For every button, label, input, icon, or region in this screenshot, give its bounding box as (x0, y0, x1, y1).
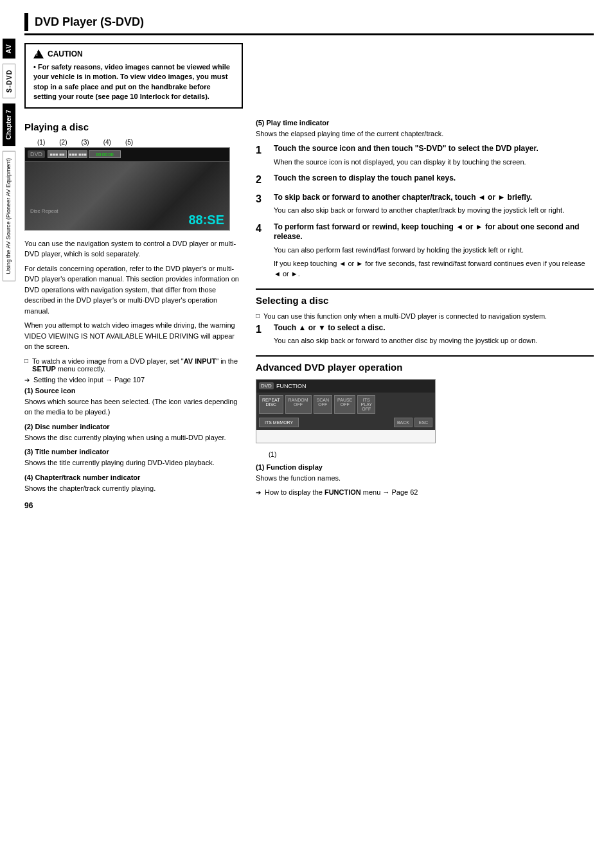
playing-disc-heading: Playing a disc (24, 121, 243, 132)
page-number: 96 (24, 501, 243, 510)
indicator-3: (3) (81, 139, 89, 146)
source-icon-section: (1) Source icon Shows which source has b… (24, 387, 243, 418)
step-1-body: When the source icon is not displayed, y… (274, 157, 594, 168)
disc-number-title: (2) Disc number indicator (24, 423, 243, 430)
section-divider-1 (256, 288, 594, 290)
dvd-top-bar: DVD ■■■ ■■ ■■■ ■■■ 00:00:00 (25, 148, 229, 162)
step-3-title: To skip back or forward to another chapt… (274, 193, 594, 203)
left-tabs: AV S-DVD Chapter 7 Using the AV Source (… (0, 0, 18, 868)
play-time-title: (5) Play time indicator (256, 119, 594, 127)
two-col-layout: Playing a disc (1) (2) (3) (4) (5) DVD ■… (24, 119, 594, 511)
dvd-screen-content: Disc Repeat 88:SE (25, 162, 229, 230)
dvd-chapter-indicator: ■■■ ■■■ (68, 150, 87, 158)
disc-repeat-label: Disc Repeat (30, 208, 58, 214)
play-time-body: Shows the elapsed playing time of the cu… (256, 128, 594, 139)
step-4-body-2: If you keep touching ◄ or ► for five sec… (274, 258, 594, 279)
function-display-image: DVD FUNCTION REPEATDISC RANDOMOFF SCANOF… (256, 379, 436, 443)
caution-header: CAUTION (33, 49, 234, 58)
title-number-section: (3) Title number indicator Shows the tit… (24, 448, 243, 468)
func-back-btn[interactable]: BACK (394, 418, 413, 427)
func-back-esc: BACK ESC (394, 418, 432, 427)
left-column: Playing a disc (1) (2) (3) (4) (5) DVD ■… (24, 119, 243, 511)
step-1-num: 1 (256, 144, 269, 167)
caution-triangle-icon (33, 49, 44, 58)
step-3-num: 3 (256, 193, 269, 216)
main-content: DVD Player (S-DVD) CAUTION • For safety … (18, 0, 613, 868)
func-display-section: (1) Function display Shows the function … (256, 463, 594, 484)
func-top-bar: DVD FUNCTION (256, 380, 435, 393)
func-dvd-icon: DVD (259, 382, 274, 389)
indicator-4: (4) (103, 139, 111, 146)
step-1: 1 Touch the source icon and then touch "… (256, 144, 594, 167)
source-icon-title: (1) Source icon (24, 387, 243, 394)
dvd-icon: DVD (28, 150, 45, 158)
disc-number-body: Shows the disc currently playing when us… (24, 432, 243, 443)
indicator-2: (2) (59, 139, 67, 146)
tab-chapter: Chapter 7 (3, 103, 15, 146)
body-text-1: You can use the navigation system to con… (24, 238, 243, 352)
tab-using: Using the AV Source (Pioneer AV Equipmen… (3, 151, 15, 281)
selecting-disc-heading: Selecting a disc (256, 295, 594, 306)
func-its-play-btn[interactable]: ITSPLAYOFF (357, 395, 375, 414)
step-2-content: Touch the screen to display the touch pa… (274, 173, 594, 186)
func-repeat-btn[interactable]: REPEATDISC (259, 395, 283, 414)
step-2-title: Touch the screen to display the touch pa… (274, 173, 594, 184)
selecting-step-1-body: You can also skip back or forward to ano… (274, 335, 594, 346)
caution-box: CAUTION • For safety reasons, video imag… (24, 43, 243, 109)
chapter-track-title: (4) Chapter/track number indicator (24, 474, 243, 481)
func-second-row: ITS MEMORY BACK ESC (256, 416, 435, 430)
title-number-body: Shows the title currently playing during… (24, 457, 243, 468)
advanced-dvd-heading: Advanced DVD player operation (256, 362, 594, 373)
selecting-step-1-title: Touch ▲ or ▼ to select a disc. (274, 323, 594, 333)
dvd-title-indicator: ■■■ ■■ (48, 150, 67, 158)
indicator-5: (5) (125, 139, 133, 146)
func-arrow-ref: How to display the FUNCTION menu → Page … (256, 488, 594, 496)
chapter-track-section: (4) Chapter/track number indicator Shows… (24, 474, 243, 494)
func-scan-btn[interactable]: SCANOFF (314, 395, 332, 414)
header-bar (24, 13, 28, 31)
step-1-content: Touch the source icon and then touch "S-… (274, 144, 594, 167)
step-3: 3 To skip back or forward to another cha… (256, 193, 594, 216)
step-2-num: 2 (256, 173, 269, 186)
func-its-memory-btn[interactable]: ITS MEMORY (259, 418, 299, 427)
func-pause-btn[interactable]: PAUSEOFF (334, 395, 355, 414)
func-esc-btn[interactable]: ESC (414, 418, 432, 427)
right-column: (5) Play time indicator Shows the elapse… (256, 119, 594, 511)
page-title: DVD Player (S-DVD) (35, 15, 144, 29)
selecting-step-1-content: Touch ▲ or ▼ to select a disc. You can a… (274, 323, 594, 346)
chapter-track-body: Shows the chapter/track currently playin… (24, 483, 243, 494)
arrow-ref-1: Setting the video input → Page 107 (24, 376, 243, 384)
func-menu-text: FUNCTION (276, 383, 306, 389)
indicator-labels-row: (1) (2) (3) (4) (5) (24, 139, 243, 146)
step-2: 2 Touch the screen to display the touch … (256, 173, 594, 186)
tab-sdvd: S-DVD (3, 64, 15, 98)
step-1-title: Touch the source icon and then touch "S-… (274, 144, 594, 154)
title-number-title: (3) Title number indicator (24, 448, 243, 456)
step-3-body: You can also skip back or forward to ano… (274, 205, 594, 216)
step-4-body-1: You can also perform fast rewind/fast fo… (274, 245, 594, 256)
func-display-title: (1) Function display (256, 463, 594, 471)
play-time-section: (5) Play time indicator Shows the elapse… (256, 119, 594, 139)
dvd-time-indicator: 00:00:00 (89, 150, 121, 158)
step-4-content: To perform fast forward or rewind, keep … (274, 222, 594, 279)
dvd-indicators: ■■■ ■■ ■■■ ■■■ 00:00:00 (48, 150, 121, 158)
sq-bullet-1: To watch a video image from a DVD player… (24, 357, 243, 373)
indicator-1: (1) (37, 139, 45, 146)
caution-label: CAUTION (48, 49, 83, 58)
tab-av: AV (3, 39, 15, 58)
selecting-disc-bullet: You can use this function only when a mu… (256, 312, 594, 320)
source-icon-body: Shows which source has been selected. (T… (24, 396, 243, 418)
step-4-num: 4 (256, 222, 269, 279)
func-display-body: Shows the function names. (256, 473, 594, 484)
selecting-step-1-num: 1 (256, 323, 269, 346)
func-random-btn[interactable]: RANDOMOFF (285, 395, 312, 414)
step-3-content: To skip back or forward to another chapt… (274, 193, 594, 216)
page-container: AV S-DVD Chapter 7 Using the AV Source (… (0, 0, 613, 868)
caution-text: • For safety reasons, video images canno… (33, 62, 234, 102)
dvd-screen-image: DVD ■■■ ■■ ■■■ ■■■ 00:00:00 Disc Repeat … (24, 147, 230, 231)
selecting-step-1: 1 Touch ▲ or ▼ to select a disc. You can… (256, 323, 594, 346)
step-4-title: To perform fast forward or rewind, keep … (274, 222, 594, 242)
func-indicator-label: (1) (269, 451, 594, 458)
section-divider-2 (256, 355, 594, 357)
step-4: 4 To perform fast forward or rewind, kee… (256, 222, 594, 279)
